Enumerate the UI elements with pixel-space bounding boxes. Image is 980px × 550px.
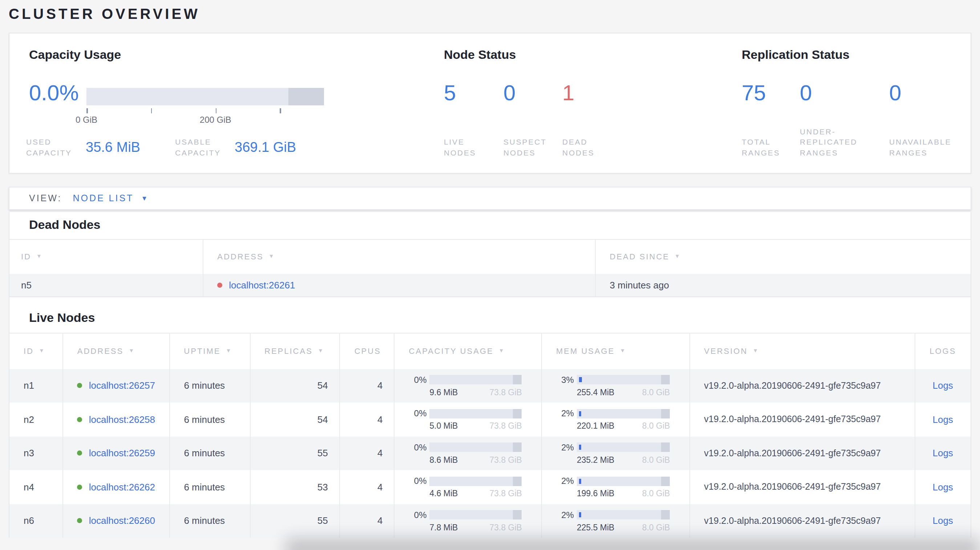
usable-capacity-value: 369.1 GiB: [235, 140, 296, 156]
node-cpus: 4: [340, 369, 395, 402]
live-col-id[interactable]: ID▼: [10, 334, 63, 369]
node-uptime: 6 minutes: [170, 402, 250, 436]
dead-nodes-label: DEADNODES: [562, 137, 595, 158]
live-status-dot-icon: [77, 417, 83, 422]
node-version-cell: v19.2.0-alpha.20190606-2491-gfe735c9a97: [690, 436, 915, 470]
axis-tick-label: 0 GiB: [65, 115, 108, 125]
total-ranges-count: 75: [742, 78, 766, 108]
node-id: n6: [10, 504, 63, 538]
view-label: VIEW:: [29, 193, 62, 203]
live-nodes-table-header: ID▼ ADDRESS▼ UPTIME▼ REPLICAS▼ CPUS CAPA…: [10, 333, 970, 369]
node-version-cell: v19.2.0-alpha.20190606-2491-gfe735c9a97: [690, 504, 915, 538]
axis-tick: [151, 108, 152, 113]
dead-node-address-link[interactable]: localhost:26261: [229, 280, 295, 291]
dead-node-id: n5: [10, 273, 203, 296]
sort-desc-icon: ▼: [620, 348, 626, 355]
node-version-cell: v19.2.0-alpha.20190606-2491-gfe735c9a97: [690, 369, 915, 402]
dead-col-address[interactable]: ADDRESS▼: [203, 240, 595, 273]
node-uptime: 6 minutes: [170, 369, 250, 402]
summary-panel: Capacity Usage 0.0% 0 GiB 200 GiB USEDCA…: [9, 33, 971, 174]
sort-desc-icon: ▼: [39, 348, 45, 355]
node-uptime: 6 minutes: [170, 436, 250, 470]
node-address-link[interactable]: localhost:26260: [89, 515, 155, 526]
live-nodes-heading-band: Live Nodes: [10, 297, 970, 333]
live-status-dot-icon: [77, 518, 83, 523]
logs-link[interactable]: Logs: [932, 482, 953, 493]
dead-node-dead-since: 3 minutes ago: [596, 273, 970, 296]
dead-node-row: n5 localhost:26261 3 minutes ago: [10, 273, 970, 297]
logs-link[interactable]: Logs: [932, 380, 953, 391]
dead-node-address-cell: localhost:26261: [203, 273, 595, 296]
node-id: n1: [10, 369, 63, 402]
usable-capacity-label: USABLECAPACITY: [175, 137, 221, 158]
view-dropdown[interactable]: NODE LIST ▼: [73, 193, 148, 203]
node-address-link[interactable]: localhost:26259: [89, 448, 155, 459]
capacity-used: 9.6 MiB: [430, 388, 458, 397]
under-replicated-ranges-count: 0: [800, 78, 812, 108]
node-mem-usage-cell: 3% 255.4 MiB 8.0 GiB: [542, 369, 690, 402]
node-replicas: 55: [250, 436, 340, 470]
node-logs-cell: Logs: [915, 436, 970, 470]
mem-bar: [577, 443, 670, 452]
live-col-address[interactable]: ADDRESS▼: [63, 334, 170, 369]
node-cpus: 4: [340, 402, 395, 436]
axis-tick: [86, 108, 88, 113]
chevron-down-icon: ▼: [141, 194, 148, 202]
live-nodes-label: LIVENODES: [444, 137, 476, 158]
logs-link[interactable]: Logs: [932, 448, 953, 459]
node-address-link[interactable]: localhost:26258: [89, 414, 155, 425]
node-replicas: 55: [250, 504, 340, 538]
live-node-row: n1 localhost:26257 6 minutes 54 4 0% 9.6…: [10, 369, 970, 402]
axis-tick-label: 200 GiB: [194, 115, 237, 125]
live-nodes-title: Live Nodes: [29, 311, 95, 325]
live-col-uptime[interactable]: UPTIME▼: [170, 334, 250, 369]
dead-col-dead-since[interactable]: DEAD SINCE▼: [596, 240, 970, 273]
mem-percent: 3%: [555, 375, 574, 385]
node-address-cell: localhost:26257: [63, 369, 170, 402]
node-capacity-usage-cell: 0% 7.8 MiB 73.8 GiB: [395, 504, 542, 538]
logs-link[interactable]: Logs: [932, 515, 953, 526]
node-address-cell: localhost:26259: [63, 436, 170, 470]
live-col-replicas[interactable]: REPLICAS▼: [250, 334, 340, 369]
node-address-cell: localhost:26262: [63, 470, 170, 504]
node-logs-cell: Logs: [915, 369, 970, 402]
replication-status-heading: Replication Status: [742, 48, 850, 62]
mem-bar-cap: [661, 375, 670, 385]
node-mem-usage-cell: 2% 199.6 MiB 8.0 GiB: [542, 470, 690, 504]
view-dropdown-value: NODE LIST: [73, 193, 134, 203]
dead-nodes-title: Dead Nodes: [29, 218, 100, 233]
node-cpus: 4: [340, 504, 395, 538]
live-col-version[interactable]: VERSION▼: [690, 334, 915, 369]
capacity-total: 73.8 GiB: [489, 388, 522, 397]
node-id: n3: [10, 436, 63, 470]
live-col-logs: LOGS: [915, 334, 970, 369]
node-mem-usage-cell: 2% 235.2 MiB 8.0 GiB: [542, 436, 690, 470]
used-capacity-label: USEDCAPACITY: [26, 137, 72, 158]
sort-desc-icon: ▼: [752, 348, 759, 355]
node-id: n2: [10, 402, 63, 436]
node-cpus: 4: [340, 470, 395, 504]
node-replicas: 54: [250, 369, 340, 402]
capacity-usage-bar: [86, 88, 324, 105]
under-replicated-ranges-label: UNDER-REPLICATEDRANGES: [800, 126, 857, 158]
node-address-link[interactable]: localhost:26257: [89, 380, 155, 391]
capacity-used-percent: 0.0%: [29, 78, 79, 108]
node-status-heading: Node Status: [444, 48, 516, 62]
node-address-link[interactable]: localhost:26262: [89, 482, 155, 493]
live-col-capacity-usage[interactable]: CAPACITY USAGE▼: [395, 334, 542, 369]
dead-status-dot-icon: [217, 283, 222, 288]
node-capacity-usage-cell: 0% 8.6 MiB 73.8 GiB: [395, 436, 542, 470]
node-logs-cell: Logs: [915, 504, 970, 538]
live-col-mem-usage[interactable]: MEM USAGE▼: [542, 334, 690, 369]
dead-nodes-heading-band: Dead Nodes: [10, 212, 970, 239]
capacity-bar: [430, 443, 522, 452]
node-logs-cell: Logs: [915, 402, 970, 436]
node-version-cell: v19.2.0-alpha.20190606-2491-gfe735c9a97: [690, 470, 915, 504]
axis-tick: [280, 108, 281, 113]
logs-link[interactable]: Logs: [932, 414, 953, 425]
dead-col-id[interactable]: ID▼: [10, 240, 203, 273]
nodes-section: Dead Nodes ID▼ ADDRESS▼ DEAD SINCE▼ n5 l…: [9, 212, 971, 538]
used-capacity-value: 35.6 MiB: [86, 140, 140, 156]
node-address-cell: localhost:26258: [63, 402, 170, 436]
node-cpus: 4: [340, 436, 395, 470]
